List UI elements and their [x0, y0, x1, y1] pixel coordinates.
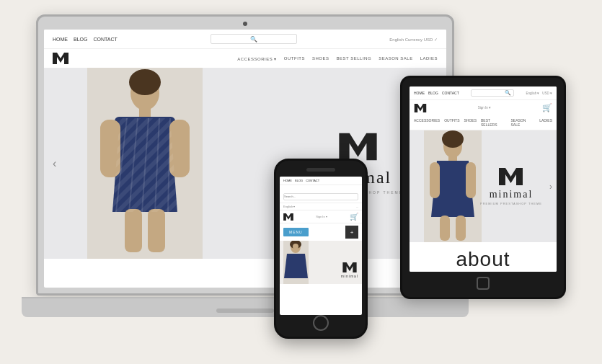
laptop-body: HOME BLOG CONTACT 🔍 English Currency USD… [36, 14, 454, 296]
svg-marker-30 [283, 213, 293, 221]
about-heading: about [418, 248, 548, 271]
laptop-search[interactable]: 🔍 [211, 34, 297, 44]
tablet-body: HOME BLOG CONTACT 🔍 English ▾ USD ▾ Sign… [400, 76, 566, 299]
hero-model [87, 68, 203, 259]
phone-nav-links: HOME BLOG CONTACT [283, 179, 319, 182]
phone-hero-brand: minimal [341, 262, 358, 278]
tab-nav-blog[interactable]: BLOG [428, 91, 438, 95]
phone-hero-model [283, 241, 309, 284]
tablet-menu: ACCESSORIES OUTFITS SHOES BEST SELLERS S… [410, 115, 557, 130]
tablet-logo [414, 104, 427, 112]
phone-nav-home[interactable]: HOME [283, 179, 292, 182]
tablet-device: HOME BLOG CONTACT 🔍 English ▾ USD ▾ Sign… [400, 76, 566, 299]
laptop-nav-home[interactable]: HOME [53, 37, 68, 42]
tablet-arrow-right[interactable]: › [549, 182, 552, 192]
phone-menu-plus-button[interactable]: + [345, 226, 358, 239]
phone-cart-icon[interactable]: 🛒 [350, 213, 358, 221]
phone-menu-button[interactable]: MENU [283, 228, 309, 236]
svg-rect-27 [440, 216, 450, 241]
tablet-nav-right: English ▾ USD ▾ [526, 92, 552, 95]
tab-menu-outfits[interactable]: OUTFITS [444, 118, 459, 127]
phone-logo-bar: Sign In ▾ 🛒 [280, 210, 362, 223]
tablet-hero-model [424, 130, 482, 242]
tablet-brand-subtitle: PREMIUM PRESTASHOP THEME [480, 202, 542, 205]
tablet-cart-icon[interactable]: 🛒 [542, 103, 552, 112]
svg-marker-36 [342, 262, 356, 272]
svg-marker-18 [339, 133, 376, 160]
phone-screen: HOME BLOG CONTACT English ▾ ... [280, 177, 362, 315]
tab-nav-contact[interactable]: CONTACT [442, 91, 459, 95]
tab-nav-home[interactable]: HOME [414, 91, 425, 95]
phone-logo [283, 213, 293, 221]
svg-rect-26 [466, 162, 476, 198]
phone-search-bar [280, 185, 362, 203]
phone-currency-select[interactable]: ... [356, 205, 358, 208]
phone-hero: minimal [280, 241, 362, 284]
laptop-menu-items: ACCESSORIES ▾ OUTFITS SHOES BEST SELLING… [237, 56, 438, 61]
hero-arrow-left[interactable]: ‹ [53, 157, 56, 170]
tablet-brand-name: minimal [480, 189, 542, 200]
tablet-hero: minimal PREMIUM PRESTASHOP THEME › [410, 130, 557, 242]
tab-menu-ladies[interactable]: LADIES [539, 118, 552, 127]
scene: HOME BLOG CONTACT 🔍 English Currency USD… [0, 0, 602, 364]
laptop-logo-bar: ACCESSORIES ▾ OUTFITS SHOES BEST SELLING… [44, 49, 446, 68]
laptop-logo [53, 53, 68, 64]
phone-home-button[interactable] [313, 315, 329, 331]
phone-options-bar: English ▾ ... [280, 203, 362, 210]
tablet-hero-brand: minimal PREMIUM PRESTASHOP THEME [480, 168, 542, 205]
laptop-device: HOME BLOG CONTACT 🔍 English Currency USD… [36, 14, 454, 317]
svg-rect-14 [125, 209, 142, 252]
tablet-search[interactable]: 🔍 [471, 89, 514, 97]
laptop-nav-blog[interactable]: BLOG [74, 37, 87, 42]
menu-accessories[interactable]: ACCESSORIES ▾ [237, 56, 277, 61]
laptop-nav-links: HOME BLOG CONTACT [53, 37, 118, 42]
svg-point-3 [129, 69, 161, 95]
svg-marker-34 [284, 254, 308, 278]
tablet-logo-bar: Sign In ▾ 🛒 [410, 100, 557, 115]
phone-language-select[interactable]: English ▾ [283, 205, 295, 208]
tab-menu-sale[interactable]: SEASON SALE [511, 118, 536, 127]
phone-brand-name: minimal [341, 274, 358, 278]
svg-point-35 [293, 244, 298, 249]
tab-menu-accessories[interactable]: ACCESSORIES [414, 118, 440, 127]
tablet-nav-links: HOME BLOG CONTACT [414, 91, 459, 95]
menu-best-selling[interactable]: BEST SELLING [337, 56, 372, 61]
laptop-screen: HOME BLOG CONTACT 🔍 English Currency USD… [44, 30, 446, 288]
phone-device: HOME BLOG CONTACT English ▾ ... [274, 159, 368, 339]
menu-season-sale[interactable]: SEASON SALE [379, 56, 413, 61]
svg-marker-19 [415, 104, 427, 112]
svg-rect-25 [430, 162, 440, 198]
tablet-screen: HOME BLOG CONTACT 🔍 English ▾ USD ▾ Sign… [410, 86, 557, 272]
tab-menu-best[interactable]: BEST SELLERS [481, 118, 506, 127]
laptop-nav-right: English Currency USD ✓ [389, 37, 438, 42]
svg-point-22 [442, 130, 464, 148]
tab-menu-shoes[interactable]: SHOES [464, 118, 477, 127]
svg-rect-15 [148, 209, 165, 252]
phone-nav-contact[interactable]: CONTACT [306, 179, 319, 182]
svg-marker-29 [499, 168, 523, 185]
menu-ladies[interactable]: LADIES [420, 56, 438, 61]
phone-menu-bar: MENU + [280, 223, 362, 241]
svg-marker-16 [112, 118, 177, 212]
tablet-sign-in[interactable]: Sign In ▾ [478, 106, 491, 110]
phone-speaker [306, 168, 335, 172]
laptop-camera [243, 22, 247, 26]
laptop-base [22, 297, 469, 317]
menu-shoes[interactable]: SHOES [312, 56, 329, 61]
laptop-nav: HOME BLOG CONTACT 🔍 English Currency USD… [44, 30, 446, 49]
tablet-nav: HOME BLOG CONTACT 🔍 English ▾ USD ▾ [410, 86, 557, 100]
phone-nav: HOME BLOG CONTACT [280, 177, 362, 185]
about-section: about [410, 242, 557, 272]
laptop-nav-contact[interactable]: CONTACT [93, 37, 117, 42]
phone-sign-in[interactable]: Sign In ▾ [316, 215, 327, 218]
phone-body: HOME BLOG CONTACT English ▾ ... [274, 159, 368, 339]
laptop-hero: minimal PREMIUM PRESTASHOP THEME ‹ › [44, 68, 446, 259]
svg-marker-0 [53, 53, 68, 64]
svg-rect-28 [456, 216, 466, 241]
svg-rect-4 [139, 107, 151, 118]
tablet-home-button[interactable] [477, 277, 490, 290]
phone-search-input[interactable] [283, 193, 358, 200]
menu-outfits[interactable]: OUTFITS [284, 56, 305, 61]
phone-nav-blog[interactable]: BLOG [295, 179, 303, 182]
